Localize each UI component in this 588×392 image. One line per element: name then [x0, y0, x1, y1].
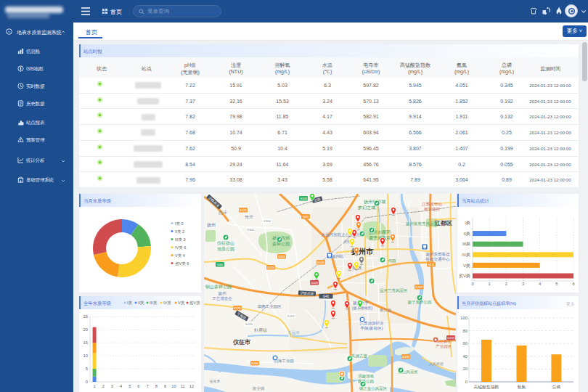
svg-text:2: 2	[102, 384, 105, 388]
svg-text:氨氮: 氨氮	[518, 384, 526, 389]
svg-text:江苏省邗仙: 江苏省邗仙	[422, 202, 442, 207]
svg-text:S611: S611	[428, 263, 435, 266]
svg-text:III类 3: III类 3	[175, 237, 186, 242]
svg-text:I类 0: I类 0	[175, 221, 184, 226]
svg-text:V类: V类	[463, 264, 470, 268]
svg-text:5: 5	[128, 384, 131, 388]
svg-text:G328: G328	[311, 281, 319, 285]
svg-text:3: 3	[111, 384, 113, 388]
svg-text:III类: III类	[150, 301, 158, 305]
svg-text:华腾工业园区: 华腾工业园区	[258, 304, 282, 309]
svg-text:扬州站: 扬州站	[332, 254, 344, 259]
svg-text:学院(新校区): 学院(新校区)	[360, 326, 383, 331]
svg-text:朱庄: 朱庄	[245, 214, 253, 219]
svg-text:扬州茱萸湾风景区: 扬州茱萸湾风景区	[406, 221, 438, 226]
svg-text:7: 7	[146, 384, 148, 388]
svg-text:工艺博览会: 工艺博览会	[212, 296, 232, 301]
svg-text:X306: X306	[264, 219, 271, 223]
svg-text:3: 3	[522, 282, 524, 286]
svg-text:朴席镇: 朴席镇	[253, 327, 267, 332]
svg-text:营业镇: 营业镇	[253, 386, 265, 391]
svg-text:40: 40	[463, 354, 467, 359]
svg-text:春江路: 春江路	[380, 308, 392, 313]
svg-text:1: 1	[93, 384, 95, 388]
svg-text:铜山森林公园: 铜山森林公园	[205, 284, 232, 290]
svg-text:森林公园: 森林公园	[272, 242, 290, 247]
svg-text:20: 20	[463, 367, 467, 371]
svg-text:IV类: IV类	[462, 253, 470, 257]
svg-text:总磷: 总磷	[552, 385, 561, 389]
svg-text:闸管理所: 闸管理所	[424, 207, 441, 212]
svg-text:10: 10	[83, 354, 88, 358]
svg-text:2: 2	[505, 282, 507, 286]
svg-text:5: 5	[86, 367, 88, 371]
svg-text:II类: II类	[138, 301, 144, 305]
svg-text:G40: G40	[217, 263, 224, 266]
svg-text:10: 10	[171, 384, 176, 388]
svg-text:IV类 6: IV类 6	[175, 245, 186, 250]
svg-text:润扬湿地: 润扬湿地	[358, 374, 375, 379]
svg-text:张家界: 张家界	[210, 379, 221, 384]
svg-text:12: 12	[189, 384, 194, 388]
svg-text:梦幻之城: 梦幻之城	[357, 205, 375, 211]
svg-text:G345: G345	[300, 197, 308, 200]
svg-text:古运河: 古运河	[287, 330, 300, 335]
svg-text:80: 80	[463, 329, 467, 333]
svg-text:100: 100	[460, 316, 467, 320]
svg-text:S356: S356	[251, 362, 258, 365]
svg-text:仪征捺山: 仪征捺山	[217, 240, 234, 246]
svg-text:V类 4: V类 4	[175, 253, 185, 258]
svg-text:0: 0	[471, 282, 473, 286]
svg-text:60: 60	[463, 341, 467, 346]
svg-text:II类 2: II类 2	[175, 229, 184, 234]
svg-text:人民政府: 人民政府	[429, 362, 444, 366]
svg-text:I类: I类	[127, 301, 133, 305]
svg-text:S243: S243	[415, 285, 422, 289]
svg-text:高锰酸盐指数: 高锰酸盐指数	[474, 385, 499, 390]
svg-text:劣V类: 劣V类	[189, 301, 200, 306]
svg-text:4: 4	[539, 282, 542, 286]
svg-text:X304: X304	[247, 228, 254, 232]
svg-text:V类: V类	[178, 301, 185, 305]
svg-text:S333: S333	[278, 255, 285, 258]
svg-text:运河三湾风景区: 运河三湾风景区	[380, 288, 408, 293]
svg-text:20: 20	[83, 327, 88, 332]
svg-text:25: 25	[83, 314, 88, 319]
svg-text:11: 11	[181, 384, 185, 388]
svg-text:1: 1	[489, 282, 491, 286]
svg-text:地质公园: 地质公园	[217, 247, 234, 252]
svg-text:何园: 何园	[388, 258, 396, 264]
svg-text:G40: G40	[323, 295, 330, 298]
svg-text:(扬子津校区): (扬子津校区)	[352, 306, 373, 311]
svg-text:瓜洲古渡: 瓜洲古渡	[351, 354, 368, 359]
svg-text:仪征市: 仪征市	[232, 338, 250, 346]
svg-text:S243: S243	[267, 266, 274, 269]
svg-text:9: 9	[164, 384, 166, 388]
svg-text:K201: K201	[287, 314, 295, 318]
svg-text:8: 8	[155, 384, 158, 388]
svg-text:扬州东部客运: 扬州东部客运	[426, 252, 451, 257]
svg-text:枢纽交通中心: 枢纽交通中心	[426, 256, 451, 261]
svg-text:IV类: IV类	[163, 301, 171, 305]
svg-text:扬州: 扬州	[207, 223, 216, 228]
svg-text:S125: S125	[245, 322, 253, 326]
svg-text:15: 15	[83, 340, 88, 345]
svg-text:产业园区: 产业园区	[436, 344, 452, 349]
svg-text:5: 5	[555, 282, 558, 286]
svg-text:S125: S125	[234, 306, 241, 310]
svg-text:6: 6	[137, 384, 139, 388]
svg-text:S125: S125	[240, 208, 247, 212]
svg-text:S338: S338	[402, 355, 409, 359]
svg-text:S49: S49	[303, 215, 309, 219]
svg-text:III类: III类	[462, 242, 470, 246]
svg-text:劣V类: 劣V类	[459, 274, 470, 279]
svg-text:0: 0	[465, 380, 467, 384]
svg-text:6: 6	[572, 282, 574, 286]
svg-text:II类: II类	[464, 232, 470, 236]
svg-text:西庄: 西庄	[219, 210, 227, 216]
svg-text:I类: I类	[465, 221, 470, 225]
svg-text:S349: S349	[317, 261, 324, 264]
svg-text:4: 4	[120, 384, 123, 388]
svg-text:沪陕高速: 沪陕高速	[301, 290, 314, 295]
svg-text:劣V类 6: 劣V类 6	[175, 261, 189, 266]
